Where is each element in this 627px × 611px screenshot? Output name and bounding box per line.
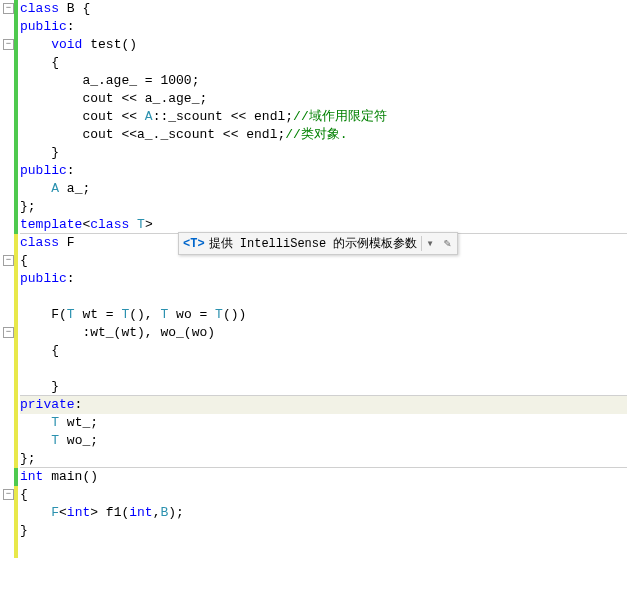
text: main(): [43, 469, 98, 484]
type: F: [51, 505, 59, 520]
text: (),: [129, 307, 160, 322]
code-line[interactable]: public:: [20, 18, 627, 36]
keyword: class: [20, 1, 59, 16]
type: A: [145, 109, 153, 124]
code-line[interactable]: T wt_;: [20, 414, 627, 432]
code-line[interactable]: };: [20, 198, 627, 216]
text: F: [59, 235, 75, 250]
text: :: [75, 397, 83, 412]
text: cout << a_.age_;: [20, 91, 207, 106]
code-line[interactable]: {: [20, 342, 627, 360]
code-line[interactable]: cout <<a_._scount << endl;//类对象.: [20, 126, 627, 144]
code-line[interactable]: public:: [20, 270, 627, 288]
text: wo =: [168, 307, 215, 322]
text: {: [20, 487, 28, 502]
text: [20, 181, 51, 196]
code-line[interactable]: T wo_;: [20, 432, 627, 450]
text: :wt_(wt), wo_(wo): [20, 325, 215, 340]
code-line[interactable]: F(T wt = T(), T wo = T()): [20, 306, 627, 324]
code-line[interactable]: A a_;: [20, 180, 627, 198]
code-line[interactable]: {: [20, 486, 627, 504]
text: :: [67, 19, 75, 34]
text: [20, 433, 51, 448]
intellisense-popup[interactable]: <T> 提供 IntelliSense 的示例模板参数 ▾ ✎: [178, 232, 458, 255]
code-area[interactable]: class B { public: void test() { a_.age_ …: [18, 0, 627, 611]
text: [20, 415, 51, 430]
code-line[interactable]: {: [20, 54, 627, 72]
keyword: int: [67, 505, 90, 520]
text: :: [67, 163, 75, 178]
text: wt =: [75, 307, 122, 322]
code-line[interactable]: }: [20, 144, 627, 162]
text: F(: [20, 307, 67, 322]
keyword: template: [20, 217, 82, 232]
text: [20, 37, 51, 52]
code-line[interactable]: :wt_(wt), wo_(wo): [20, 324, 627, 342]
type: T: [215, 307, 223, 322]
code-line[interactable]: }: [20, 522, 627, 540]
text: wt_;: [59, 415, 98, 430]
intellisense-type-label: <T>: [183, 237, 205, 251]
code-line[interactable]: [20, 360, 627, 378]
code-line[interactable]: [20, 288, 627, 306]
code-line[interactable]: class B {: [20, 0, 627, 18]
type: T: [67, 307, 75, 322]
type: T: [51, 415, 59, 430]
text: wo_;: [59, 433, 98, 448]
text: :: [67, 271, 75, 286]
text: a_;: [59, 181, 90, 196]
code-line[interactable]: private:: [20, 396, 627, 414]
text: ()): [223, 307, 246, 322]
text: cout <<: [20, 109, 145, 124]
code-line[interactable]: cout << a_.age_;: [20, 90, 627, 108]
type: T: [51, 433, 59, 448]
text: B {: [59, 1, 90, 16]
text: ::_scount << endl;: [153, 109, 293, 124]
comment: //类对象.: [285, 127, 347, 142]
text: };: [20, 451, 36, 466]
type: T: [137, 217, 145, 232]
code-line[interactable]: void test(): [20, 36, 627, 54]
text: }: [20, 379, 59, 394]
text: }: [20, 145, 59, 160]
keyword: public: [20, 19, 67, 34]
text: };: [20, 199, 36, 214]
text: <: [59, 505, 67, 520]
code-line[interactable]: a_.age_ = 1000;: [20, 72, 627, 90]
keyword: void: [51, 37, 82, 52]
code-line[interactable]: int main(): [20, 468, 627, 486]
code-line[interactable]: cout << A::_scount << endl;//域作用限定符: [20, 108, 627, 126]
keyword: public: [20, 163, 67, 178]
keyword: int: [129, 505, 152, 520]
text: test(): [82, 37, 137, 52]
fold-toggle[interactable]: −: [3, 489, 14, 500]
text: cout <<a_._scount << endl;: [20, 127, 285, 142]
text: [20, 505, 51, 520]
code-editor[interactable]: − − − − − class B { public: void test() …: [0, 0, 627, 611]
code-line[interactable]: };: [20, 450, 627, 468]
code-line[interactable]: public:: [20, 162, 627, 180]
text: [129, 217, 137, 232]
text: {: [20, 55, 59, 70]
keyword: class: [20, 235, 59, 250]
text: a_.age_ = 1000;: [20, 73, 199, 88]
dropdown-icon[interactable]: ▾: [421, 236, 437, 251]
fold-toggle[interactable]: −: [3, 327, 14, 338]
type: A: [51, 181, 59, 196]
fold-toggle[interactable]: −: [3, 3, 14, 14]
fold-toggle[interactable]: −: [3, 39, 14, 50]
code-line[interactable]: F<int> f1(int,B);: [20, 504, 627, 522]
text: {: [20, 343, 59, 358]
text: }: [20, 523, 28, 538]
gutter: − − − − −: [0, 0, 18, 611]
comment: //域作用限定符: [293, 109, 387, 124]
text: );: [168, 505, 184, 520]
code-line[interactable]: }: [20, 378, 627, 396]
keyword: class: [90, 217, 129, 232]
text: > f1(: [90, 505, 129, 520]
text: {: [20, 253, 28, 268]
keyword: int: [20, 469, 43, 484]
keyword: private: [20, 397, 75, 412]
fold-toggle[interactable]: −: [3, 255, 14, 266]
edit-icon[interactable]: ✎: [442, 236, 453, 251]
